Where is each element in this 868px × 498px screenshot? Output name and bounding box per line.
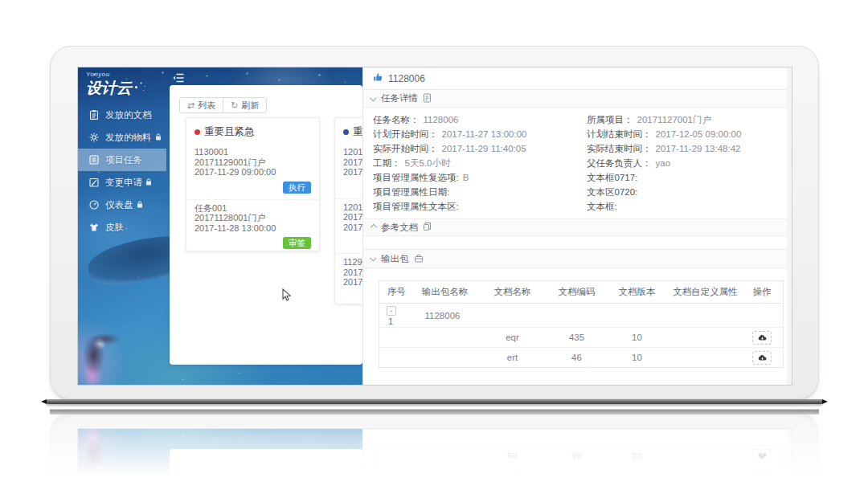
col-doc-code: 文档编码 — [549, 281, 605, 304]
table-row: -1 1128006 — [379, 304, 784, 328]
col-seq: 序号 — [379, 281, 414, 304]
field-row: 项目管理属性日期: — [373, 185, 580, 199]
device: Yonyou 设计云 发放的文档 发放的物料 项目任务 — [50, 46, 819, 405]
task-card[interactable]: 1130001 20171129001门户 2017-11-29 09:00:0… — [186, 144, 319, 199]
sidebar: Yonyou 设计云 发放的文档 发放的物料 项目任务 — [78, 67, 166, 386]
brand-logo: Yonyou 设计云 — [86, 71, 137, 99]
brand-yonyou: Yonyou — [86, 71, 137, 78]
col-doc-name: 文档名称 — [477, 281, 549, 304]
field-row: 计划开始时间：2017-11-27 13:00:00 — [373, 127, 580, 141]
download-button[interactable] — [752, 351, 772, 365]
field-row: 文本框: — [587, 199, 792, 214]
output-package-table: 序号 输出包名称 文档名称 文档编码 文档版本 文档自定义属性 操作 -1 11 — [379, 280, 784, 368]
urgent-dot-icon — [194, 129, 200, 135]
chevron-right-icon — [371, 224, 377, 231]
shirt-icon — [88, 222, 100, 233]
section-task-details[interactable]: 任务详情 — [363, 90, 792, 108]
col-doc-custom-attr: 文档自定义属性 — [669, 281, 742, 304]
col-actions: 操作 — [742, 281, 784, 304]
doc-name-cell: eqr — [477, 328, 549, 348]
logo-dots-decoration — [135, 86, 137, 88]
field-row: 计划结束时间：2017-12-05 09:00:00 — [587, 127, 792, 141]
sidebar-item-issued-materials[interactable]: 发放的物料 — [78, 126, 166, 149]
detail-header: 1128006 — [363, 67, 792, 90]
sidebar-item-skin[interactable]: 皮肤 — [78, 216, 166, 239]
package-name-cell: 1128006 — [414, 304, 477, 328]
detail-title: 1128006 — [388, 73, 425, 84]
task-board-panel: ⇄ 列表 ↻ 刷新 重要且紧急 1130 — [170, 85, 362, 365]
detail-fields-left: 任务名称：1128006 计划开始时间：2017-11-27 13:00:00 … — [373, 112, 580, 214]
column-title: 重要且紧急 — [186, 118, 319, 144]
field-row: 实际开始时间：2017-11-29 11:40:05 — [373, 141, 580, 156]
collapse-row-toggle[interactable]: - — [387, 306, 396, 316]
sidebar-item-label: 发放的物料 — [105, 132, 152, 144]
download-button[interactable] — [752, 331, 772, 345]
table-row: ert 46 10 — [379, 348, 784, 368]
brand-name: 设计云 — [86, 78, 137, 99]
field-row: 父任务负责人：yao — [587, 156, 792, 170]
sidebar-item-project-tasks[interactable]: 项目任务 — [78, 149, 166, 171]
lock-icon — [137, 200, 143, 210]
detail-fields-right: 所属项目：20171127001门户 计划结束时间：2017-12-05 09:… — [587, 112, 792, 214]
dashboard-icon — [88, 199, 100, 210]
field-row: 所属项目：20171127001门户 — [587, 112, 792, 127]
scrollbar-track[interactable] — [787, 67, 792, 386]
sidebar-item-change-request[interactable]: 变更申请 — [78, 171, 166, 194]
task-detail-panel: 1128006 任务详情 任务名称：1128006 计划开始时间：2017-11… — [362, 67, 792, 386]
edit-icon — [88, 177, 100, 188]
field-row: 项目管理属性文本区: — [373, 199, 580, 214]
sidebar-item-label: 仪表盘 — [105, 199, 133, 211]
thumb-up-icon — [373, 72, 383, 85]
gear-icon — [88, 132, 100, 143]
sidebar-item-label: 项目任务 — [105, 154, 142, 166]
field-row: 文本区0720: — [587, 185, 792, 199]
sidebar-item-issued-docs[interactable]: 发放的文档 — [78, 104, 166, 126]
important-dot-icon — [343, 129, 349, 135]
briefcase-icon — [414, 254, 424, 264]
field-row: 工期：5天5.0小时 — [373, 156, 580, 170]
lock-icon — [155, 133, 162, 142]
refresh-button[interactable]: ↻ 刷新 — [223, 98, 266, 112]
review-sign-button[interactable]: 审签 — [283, 237, 311, 249]
file-copy-icon — [423, 222, 432, 233]
doc-version-cell: 10 — [605, 348, 669, 368]
table-row: eqr 435 10 — [379, 328, 784, 348]
refresh-icon: ↻ — [231, 98, 238, 112]
task-list-icon — [88, 154, 100, 165]
mouse-cursor — [282, 288, 292, 302]
device-reflection: Yonyou 设计云 发放的文档 发放的物料 项目任务 — [50, 409, 819, 483]
sidebar-item-label: 发放的文档 — [105, 109, 152, 121]
sidebar-item-dashboard[interactable]: 仪表盘 — [78, 194, 166, 216]
doc-version-cell: 10 — [605, 328, 669, 348]
reflection-fade — [50, 409, 819, 483]
col-package-name: 输出包名称 — [414, 281, 477, 304]
field-row: 实际结束时间：2017-11-29 13:48:42 — [587, 141, 792, 156]
board-toolbar: ⇄ 列表 ↻ 刷新 — [179, 97, 267, 113]
lock-icon — [145, 178, 152, 187]
document-icon — [423, 93, 432, 104]
field-row: 文本框0717: — [587, 170, 792, 185]
doc-code-cell: 435 — [549, 328, 605, 348]
doc-code-cell: 46 — [549, 348, 605, 368]
execute-button[interactable]: 执行 — [283, 182, 311, 194]
kanban-column-urgent: 重要且紧急 1130001 20171129001门户 2017-11-29 0… — [186, 117, 320, 251]
section-reference-docs[interactable]: 参考文档 — [363, 218, 792, 236]
device-edge — [46, 399, 823, 404]
col-doc-version: 文档版本 — [605, 281, 669, 304]
list-view-button[interactable]: ⇄ 列表 — [180, 98, 223, 112]
switch-view-icon: ⇄ — [187, 98, 194, 112]
screen: Yonyou 设计云 发放的文档 发放的物料 项目任务 — [77, 67, 792, 386]
field-row: 项目管理属性复选项:B — [373, 170, 580, 185]
kanban-columns: 重要且紧急 1130001 20171129001门户 2017-11-29 0… — [170, 117, 362, 365]
task-card[interactable]: 任务001 20171128001门户 2017-11-28 13:00:00 … — [186, 199, 319, 255]
clipboard-icon — [88, 109, 100, 120]
fold-menu-icon[interactable] — [173, 71, 184, 81]
chevron-down-icon — [370, 255, 376, 261]
row-seq: 1 — [387, 316, 414, 326]
sidebar-item-label: 皮肤 — [105, 222, 124, 234]
chevron-down-icon — [370, 95, 376, 101]
doc-name-cell: ert — [477, 348, 549, 368]
sidebar-nav: 发放的文档 发放的物料 项目任务 变更申请 — [78, 104, 166, 239]
section-output-package[interactable]: 输出包 — [363, 249, 792, 268]
field-row: 任务名称：1128006 — [373, 112, 580, 127]
